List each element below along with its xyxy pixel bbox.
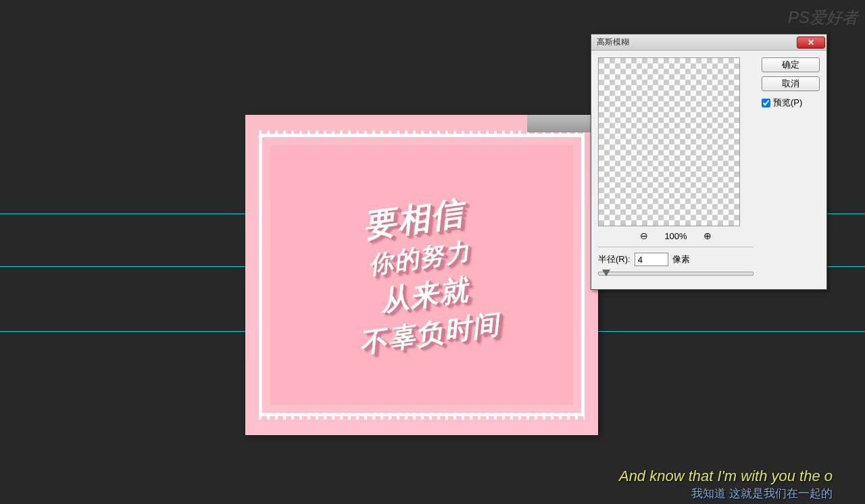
subtitle-line-1: And know that I'm with you the o [619, 468, 833, 485]
dialog-title: 高斯模糊 [597, 36, 629, 48]
gaussian-blur-dialog: 高斯模糊 ✕ ⊖ 100% ⊕ 半径(R): 像素 确定 取消 [591, 34, 827, 290]
cancel-button[interactable]: 取消 [762, 76, 820, 91]
radius-unit: 像素 [672, 253, 690, 266]
dialog-right-column: 确定 取消 预览(P) [762, 57, 820, 282]
canvas-3d-text: 要相信 你的努力 从来就 不辜负时间 [225, 92, 619, 458]
canvas-overlay-tab [527, 115, 598, 132]
filter-preview[interactable] [598, 57, 740, 226]
dialog-titlebar[interactable]: 高斯模糊 ✕ [591, 34, 826, 51]
watermark-text: PS爱好者 [788, 7, 858, 28]
dialog-left-column: ⊖ 100% ⊕ 半径(R): 像素 [598, 57, 753, 282]
radius-row: 半径(R): 像素 [598, 253, 753, 266]
radius-slider[interactable] [598, 272, 753, 276]
zoom-level: 100% [664, 231, 687, 241]
preview-checkbox-label: 预览(P) [773, 97, 802, 109]
text-line-4: 不辜负时间 [357, 305, 503, 362]
close-button[interactable]: ✕ [797, 36, 825, 49]
zoom-in-icon[interactable]: ⊕ [703, 230, 712, 241]
zoom-controls: ⊖ 100% ⊕ [598, 230, 753, 241]
close-icon: ✕ [808, 38, 814, 47]
radius-label: 半径(R): [598, 253, 631, 266]
preview-checkbox-row[interactable]: 预览(P) [762, 97, 820, 109]
preview-checkbox[interactable] [762, 99, 770, 107]
subtitle-line-2: 我知道 这就是我们在一起的 [691, 486, 833, 501]
divider [598, 247, 753, 247]
radius-input[interactable] [635, 253, 668, 266]
dialog-body: ⊖ 100% ⊕ 半径(R): 像素 确定 取消 预览(P) [591, 51, 826, 289]
zoom-out-icon[interactable]: ⊖ [640, 230, 648, 241]
document-canvas[interactable]: 要相信 你的努力 从来就 不辜负时间 [245, 115, 598, 435]
slider-thumb[interactable] [602, 270, 610, 276]
ok-button[interactable]: 确定 [762, 57, 820, 72]
